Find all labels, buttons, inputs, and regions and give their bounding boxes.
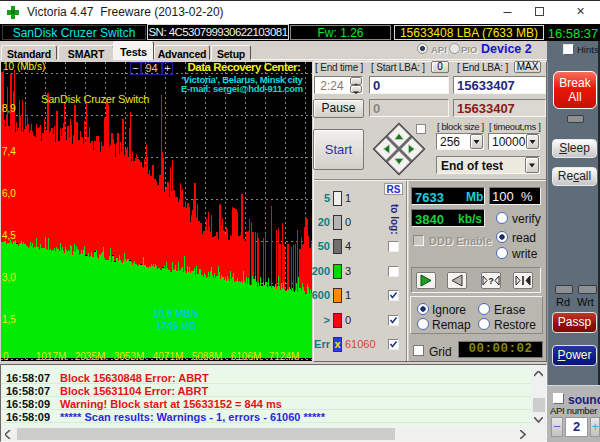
svg-text:?: ?: [488, 276, 494, 286]
